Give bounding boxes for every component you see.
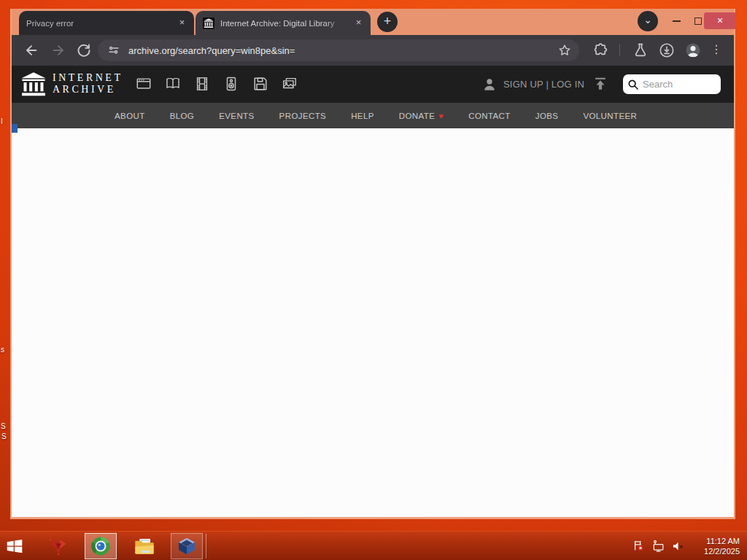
tab-close-icon[interactable]: × <box>176 17 188 29</box>
tab-close-icon[interactable]: × <box>352 17 365 29</box>
minimize-button[interactable] <box>668 13 684 29</box>
back-icon[interactable] <box>23 42 39 58</box>
taskbar-separator <box>206 534 206 559</box>
heart-icon: ♥ <box>438 112 444 120</box>
nav-label: EVENTS <box>219 112 254 120</box>
web-icon[interactable] <box>136 76 152 92</box>
system-tray <box>632 539 686 553</box>
tab-strip: Privacy error × Internet Archive: Digita… <box>12 9 734 35</box>
nav-label: BLOG <box>170 112 195 120</box>
forward-icon[interactable] <box>50 42 66 58</box>
volume-muted-icon[interactable] <box>671 539 686 553</box>
action-center-flag-icon[interactable] <box>632 539 646 553</box>
tab-title: Internet Archive: Digital Library <box>220 19 348 28</box>
browser-window: Privacy error × Internet Archive: Digita… <box>10 9 735 519</box>
nav-jobs[interactable]: JOBS <box>535 112 559 120</box>
ia-search-input[interactable] <box>643 79 716 90</box>
nav-volunteer[interactable]: VOLUNTEER <box>583 112 637 120</box>
nav-blog[interactable]: BLOG <box>170 112 195 120</box>
render-artifact <box>12 124 18 133</box>
texts-icon[interactable] <box>165 76 181 92</box>
auth-area: SIGN UP | LOG IN <box>481 66 584 103</box>
page-content <box>12 128 734 517</box>
tab-internet-archive[interactable]: Internet Archive: Digital Library × <box>196 11 371 35</box>
nav-label: CONTACT <box>468 112 511 120</box>
taskbar-file-explorer-icon[interactable] <box>130 532 159 560</box>
new-tab-button[interactable]: + <box>377 12 398 32</box>
internet-archive-favicon <box>203 18 214 29</box>
url-text[interactable]: archive.org/search?query=win8pe&sin= <box>128 45 557 56</box>
nav-projects[interactable]: PROJECTS <box>279 112 327 120</box>
desktop-icon-label-fragment: S <box>1 432 7 440</box>
video-icon[interactable] <box>194 76 210 92</box>
nav-contact[interactable]: CONTACT <box>468 112 511 120</box>
bookmark-star-icon[interactable] <box>557 43 572 58</box>
tab-search-button[interactable]: ⌄ <box>638 11 658 31</box>
nav-label: VOLUNTEER <box>583 112 637 120</box>
nav-events[interactable]: EVENTS <box>219 112 254 120</box>
taskbar-browser-icon[interactable] <box>85 533 117 559</box>
tab-title: Privacy error <box>26 19 171 28</box>
person-icon[interactable] <box>481 77 498 93</box>
start-button[interactable] <box>0 532 29 560</box>
reload-icon[interactable] <box>76 42 92 58</box>
downloads-icon[interactable] <box>658 42 676 59</box>
clock-time: 11:12 AM <box>692 536 740 546</box>
desktop-icon-label-fragment: s <box>1 346 4 354</box>
software-icon[interactable] <box>252 76 268 92</box>
nav-label: DONATE <box>399 112 435 120</box>
desktop-icon-label-fragment: S <box>1 422 6 430</box>
nav-label: HELP <box>351 112 374 120</box>
site-settings-icon[interactable] <box>107 43 121 58</box>
ia-header: INTERNET ARCHIVE <box>12 66 734 103</box>
nav-label: PROJECTS <box>279 112 327 120</box>
toolbar-separator <box>619 44 620 56</box>
taskbar-app-red-icon[interactable] <box>44 532 73 560</box>
taskbar-virtualbox-icon[interactable] <box>171 533 203 559</box>
ia-search-box[interactable] <box>623 74 721 94</box>
ia-wordmark[interactable]: INTERNET ARCHIVE <box>53 72 123 96</box>
url-bar[interactable]: archive.org/search?query=win8pe&sin= <box>98 39 579 61</box>
menu-dots-icon[interactable]: ⋮ <box>711 42 722 59</box>
nav-help[interactable]: HELP <box>351 112 374 120</box>
labs-flask-icon[interactable] <box>632 42 649 59</box>
nav-donate[interactable]: DONATE♥ <box>399 112 444 120</box>
tab-privacy-error[interactable]: Privacy error × <box>19 11 194 35</box>
profile-avatar-icon[interactable] <box>684 42 702 59</box>
nav-about[interactable]: ABOUT <box>115 112 145 120</box>
ia-wordmark-line1: INTERNET <box>53 72 123 84</box>
ia-wordmark-line2: ARCHIVE <box>53 84 123 96</box>
nav-label: ABOUT <box>115 112 145 120</box>
nav-label: JOBS <box>535 112 559 120</box>
desktop: I s S S Privacy error × Internet Archive… <box>0 0 747 560</box>
ia-navbar: ABOUT BLOG EVENTS PROJECTS HELP DONATE♥ … <box>12 103 734 128</box>
internet-archive-logo[interactable] <box>20 71 47 97</box>
audio-icon[interactable] <box>223 76 239 92</box>
taskbar: 11:12 AM 12/2/2025 <box>0 531 747 560</box>
network-status-icon[interactable] <box>651 539 666 553</box>
desktop-icon-label-fragment: I <box>1 117 3 125</box>
extensions-icon[interactable] <box>592 42 610 59</box>
taskbar-clock[interactable]: 11:12 AM 12/2/2025 <box>692 536 740 556</box>
clock-date: 12/2/2025 <box>692 546 740 556</box>
window-close-button[interactable]: × <box>704 12 736 29</box>
search-icon <box>627 79 639 90</box>
images-icon[interactable] <box>282 76 298 92</box>
signup-login-link[interactable]: SIGN UP | LOG IN <box>503 79 584 90</box>
browser-toolbar: archive.org/search?query=win8pe&sin= ⋮ <box>12 35 734 66</box>
upload-icon[interactable] <box>592 76 608 92</box>
media-type-icons <box>136 76 298 92</box>
